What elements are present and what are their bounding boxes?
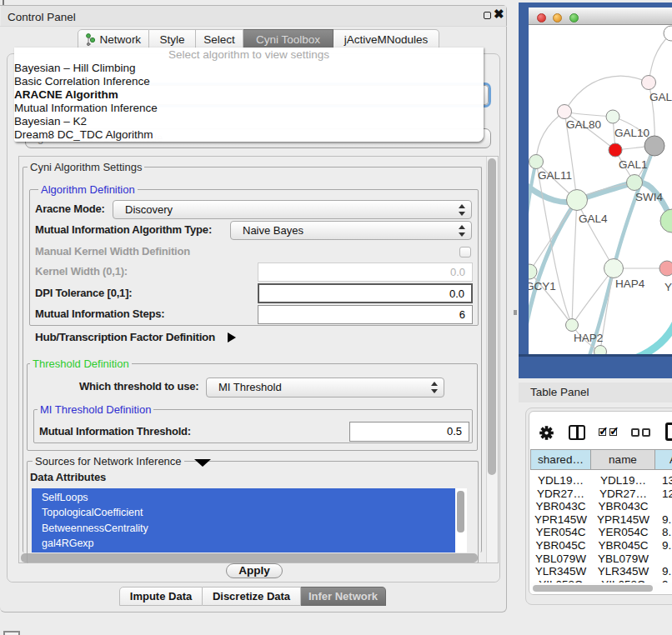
svg-text:GAL7: GAL7 — [649, 91, 672, 103]
svg-text:GAL4: GAL4 — [579, 212, 608, 225]
svg-text:SWI4: SWI4 — [635, 191, 663, 203]
svg-text:HAP4: HAP4 — [615, 278, 645, 290]
svg-text:HAP2: HAP2 — [574, 332, 603, 344]
svg-text:Y: Y — [664, 281, 672, 293]
svg-text:GAL1: GAL1 — [619, 158, 648, 171]
svg-text:GAL11: GAL11 — [538, 169, 572, 182]
svg-text:GAL80: GAL80 — [566, 118, 601, 131]
svg-text:GAL10: GAL10 — [614, 127, 649, 139]
svg-text:GCY1: GCY1 — [529, 280, 556, 292]
